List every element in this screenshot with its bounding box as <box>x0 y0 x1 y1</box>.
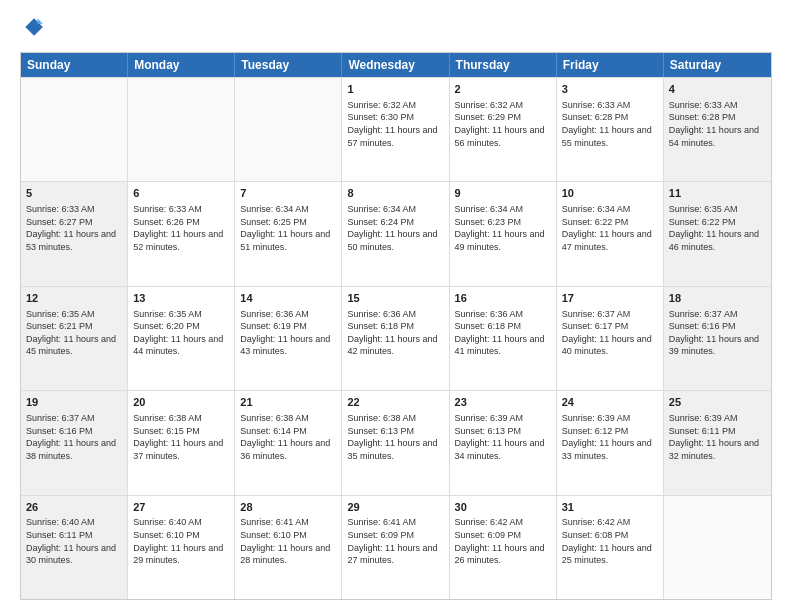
cell-info: Sunrise: 6:42 AM Sunset: 6:09 PM Dayligh… <box>455 516 551 566</box>
cell-info: Sunrise: 6:35 AM Sunset: 6:21 PM Dayligh… <box>26 308 122 358</box>
day-cell-31: 31Sunrise: 6:42 AM Sunset: 6:08 PM Dayli… <box>557 496 664 599</box>
day-cell-5: 5Sunrise: 6:33 AM Sunset: 6:27 PM Daylig… <box>21 182 128 285</box>
day-number: 14 <box>240 291 336 306</box>
day-number: 10 <box>562 186 658 201</box>
calendar: SundayMondayTuesdayWednesdayThursdayFrid… <box>20 52 772 600</box>
day-cell-24: 24Sunrise: 6:39 AM Sunset: 6:12 PM Dayli… <box>557 391 664 494</box>
day-number: 19 <box>26 395 122 410</box>
cell-info: Sunrise: 6:34 AM Sunset: 6:25 PM Dayligh… <box>240 203 336 253</box>
empty-cell-0-1 <box>128 78 235 181</box>
day-number: 13 <box>133 291 229 306</box>
calendar-header-row: SundayMondayTuesdayWednesdayThursdayFrid… <box>21 53 771 77</box>
day-number: 1 <box>347 82 443 97</box>
cell-info: Sunrise: 6:36 AM Sunset: 6:18 PM Dayligh… <box>347 308 443 358</box>
day-number: 2 <box>455 82 551 97</box>
day-number: 4 <box>669 82 766 97</box>
day-cell-10: 10Sunrise: 6:34 AM Sunset: 6:22 PM Dayli… <box>557 182 664 285</box>
day-cell-6: 6Sunrise: 6:33 AM Sunset: 6:26 PM Daylig… <box>128 182 235 285</box>
day-number: 6 <box>133 186 229 201</box>
day-header-thursday: Thursday <box>450 53 557 77</box>
cell-info: Sunrise: 6:37 AM Sunset: 6:16 PM Dayligh… <box>26 412 122 462</box>
logo <box>20 16 44 42</box>
cell-info: Sunrise: 6:35 AM Sunset: 6:22 PM Dayligh… <box>669 203 766 253</box>
day-number: 28 <box>240 500 336 515</box>
day-number: 29 <box>347 500 443 515</box>
cell-info: Sunrise: 6:38 AM Sunset: 6:13 PM Dayligh… <box>347 412 443 462</box>
cell-info: Sunrise: 6:40 AM Sunset: 6:10 PM Dayligh… <box>133 516 229 566</box>
day-header-wednesday: Wednesday <box>342 53 449 77</box>
day-header-tuesday: Tuesday <box>235 53 342 77</box>
cell-info: Sunrise: 6:32 AM Sunset: 6:29 PM Dayligh… <box>455 99 551 149</box>
day-header-saturday: Saturday <box>664 53 771 77</box>
day-number: 15 <box>347 291 443 306</box>
day-cell-25: 25Sunrise: 6:39 AM Sunset: 6:11 PM Dayli… <box>664 391 771 494</box>
day-cell-8: 8Sunrise: 6:34 AM Sunset: 6:24 PM Daylig… <box>342 182 449 285</box>
day-number: 12 <box>26 291 122 306</box>
day-cell-27: 27Sunrise: 6:40 AM Sunset: 6:10 PM Dayli… <box>128 496 235 599</box>
empty-cell-4-6 <box>664 496 771 599</box>
svg-marker-1 <box>37 18 43 24</box>
day-number: 21 <box>240 395 336 410</box>
cell-info: Sunrise: 6:33 AM Sunset: 6:27 PM Dayligh… <box>26 203 122 253</box>
day-cell-19: 19Sunrise: 6:37 AM Sunset: 6:16 PM Dayli… <box>21 391 128 494</box>
day-number: 26 <box>26 500 122 515</box>
calendar-row-4: 19Sunrise: 6:37 AM Sunset: 6:16 PM Dayli… <box>21 390 771 494</box>
cell-info: Sunrise: 6:35 AM Sunset: 6:20 PM Dayligh… <box>133 308 229 358</box>
day-cell-11: 11Sunrise: 6:35 AM Sunset: 6:22 PM Dayli… <box>664 182 771 285</box>
cell-info: Sunrise: 6:33 AM Sunset: 6:28 PM Dayligh… <box>562 99 658 149</box>
day-number: 22 <box>347 395 443 410</box>
day-cell-18: 18Sunrise: 6:37 AM Sunset: 6:16 PM Dayli… <box>664 287 771 390</box>
day-cell-1: 1Sunrise: 6:32 AM Sunset: 6:30 PM Daylig… <box>342 78 449 181</box>
day-number: 11 <box>669 186 766 201</box>
day-number: 9 <box>455 186 551 201</box>
day-cell-21: 21Sunrise: 6:38 AM Sunset: 6:14 PM Dayli… <box>235 391 342 494</box>
cell-info: Sunrise: 6:42 AM Sunset: 6:08 PM Dayligh… <box>562 516 658 566</box>
day-number: 25 <box>669 395 766 410</box>
day-number: 31 <box>562 500 658 515</box>
day-number: 23 <box>455 395 551 410</box>
cell-info: Sunrise: 6:39 AM Sunset: 6:12 PM Dayligh… <box>562 412 658 462</box>
cell-info: Sunrise: 6:33 AM Sunset: 6:26 PM Dayligh… <box>133 203 229 253</box>
day-cell-15: 15Sunrise: 6:36 AM Sunset: 6:18 PM Dayli… <box>342 287 449 390</box>
svg-marker-0 <box>25 18 43 36</box>
calendar-row-1: 1Sunrise: 6:32 AM Sunset: 6:30 PM Daylig… <box>21 77 771 181</box>
day-cell-23: 23Sunrise: 6:39 AM Sunset: 6:13 PM Dayli… <box>450 391 557 494</box>
cell-info: Sunrise: 6:36 AM Sunset: 6:18 PM Dayligh… <box>455 308 551 358</box>
empty-cell-0-2 <box>235 78 342 181</box>
day-header-friday: Friday <box>557 53 664 77</box>
day-cell-22: 22Sunrise: 6:38 AM Sunset: 6:13 PM Dayli… <box>342 391 449 494</box>
day-cell-30: 30Sunrise: 6:42 AM Sunset: 6:09 PM Dayli… <box>450 496 557 599</box>
day-cell-20: 20Sunrise: 6:38 AM Sunset: 6:15 PM Dayli… <box>128 391 235 494</box>
day-cell-7: 7Sunrise: 6:34 AM Sunset: 6:25 PM Daylig… <box>235 182 342 285</box>
day-cell-28: 28Sunrise: 6:41 AM Sunset: 6:10 PM Dayli… <box>235 496 342 599</box>
header <box>20 16 772 42</box>
day-cell-26: 26Sunrise: 6:40 AM Sunset: 6:11 PM Dayli… <box>21 496 128 599</box>
day-number: 20 <box>133 395 229 410</box>
cell-info: Sunrise: 6:33 AM Sunset: 6:28 PM Dayligh… <box>669 99 766 149</box>
cell-info: Sunrise: 6:37 AM Sunset: 6:17 PM Dayligh… <box>562 308 658 358</box>
day-number: 3 <box>562 82 658 97</box>
day-header-sunday: Sunday <box>21 53 128 77</box>
cell-info: Sunrise: 6:37 AM Sunset: 6:16 PM Dayligh… <box>669 308 766 358</box>
calendar-row-2: 5Sunrise: 6:33 AM Sunset: 6:27 PM Daylig… <box>21 181 771 285</box>
day-cell-3: 3Sunrise: 6:33 AM Sunset: 6:28 PM Daylig… <box>557 78 664 181</box>
cell-info: Sunrise: 6:34 AM Sunset: 6:24 PM Dayligh… <box>347 203 443 253</box>
day-number: 7 <box>240 186 336 201</box>
calendar-row-5: 26Sunrise: 6:40 AM Sunset: 6:11 PM Dayli… <box>21 495 771 599</box>
day-cell-16: 16Sunrise: 6:36 AM Sunset: 6:18 PM Dayli… <box>450 287 557 390</box>
cell-info: Sunrise: 6:41 AM Sunset: 6:10 PM Dayligh… <box>240 516 336 566</box>
day-cell-17: 17Sunrise: 6:37 AM Sunset: 6:17 PM Dayli… <box>557 287 664 390</box>
cell-info: Sunrise: 6:39 AM Sunset: 6:13 PM Dayligh… <box>455 412 551 462</box>
day-cell-4: 4Sunrise: 6:33 AM Sunset: 6:28 PM Daylig… <box>664 78 771 181</box>
day-cell-12: 12Sunrise: 6:35 AM Sunset: 6:21 PM Dayli… <box>21 287 128 390</box>
day-cell-13: 13Sunrise: 6:35 AM Sunset: 6:20 PM Dayli… <box>128 287 235 390</box>
cell-info: Sunrise: 6:32 AM Sunset: 6:30 PM Dayligh… <box>347 99 443 149</box>
day-number: 8 <box>347 186 443 201</box>
day-number: 27 <box>133 500 229 515</box>
cell-info: Sunrise: 6:38 AM Sunset: 6:14 PM Dayligh… <box>240 412 336 462</box>
cell-info: Sunrise: 6:36 AM Sunset: 6:19 PM Dayligh… <box>240 308 336 358</box>
logo-icon <box>22 16 44 38</box>
page: SundayMondayTuesdayWednesdayThursdayFrid… <box>0 0 792 612</box>
cell-info: Sunrise: 6:38 AM Sunset: 6:15 PM Dayligh… <box>133 412 229 462</box>
day-number: 17 <box>562 291 658 306</box>
